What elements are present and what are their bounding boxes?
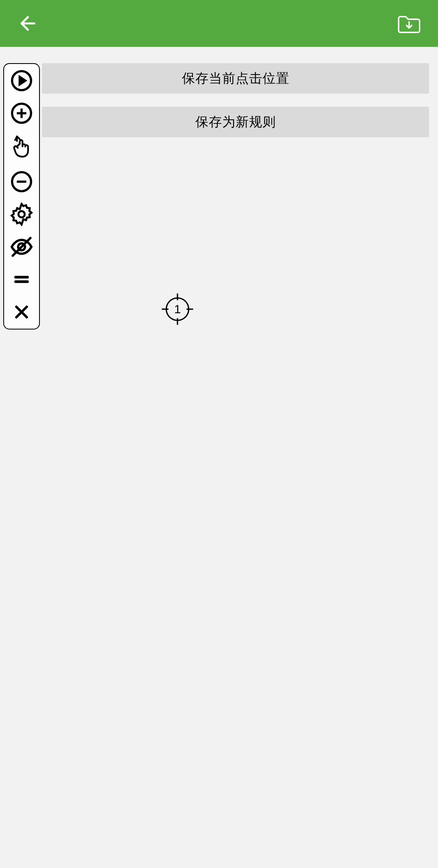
drag-handle-icon bbox=[13, 270, 31, 288]
play-icon bbox=[10, 69, 33, 92]
play-button[interactable] bbox=[9, 68, 34, 93]
close-button[interactable] bbox=[9, 299, 34, 325]
back-button[interactable] bbox=[16, 12, 39, 35]
gear-icon bbox=[10, 202, 33, 226]
eye-off-icon bbox=[9, 235, 34, 259]
folder-download-button[interactable] bbox=[396, 11, 422, 36]
toolbar bbox=[3, 63, 40, 330]
save-position-button[interactable]: 保存当前点击位置 bbox=[42, 63, 429, 94]
minus-icon bbox=[10, 170, 33, 193]
svg-point-6 bbox=[18, 211, 24, 217]
folder-download-icon bbox=[397, 13, 421, 35]
swipe-up-icon bbox=[10, 134, 33, 161]
drag-handle-button[interactable] bbox=[9, 267, 34, 292]
add-button[interactable] bbox=[9, 101, 34, 126]
close-icon bbox=[13, 303, 31, 321]
target-number: 1 bbox=[174, 302, 181, 316]
plus-icon bbox=[10, 102, 33, 125]
save-rule-button[interactable]: 保存为新规则 bbox=[42, 107, 429, 137]
option-panel: 保存当前点击位置 保存为新规则 bbox=[42, 63, 429, 137]
target-marker-1[interactable]: 1 bbox=[160, 291, 195, 327]
swipe-button[interactable] bbox=[9, 133, 34, 162]
header bbox=[0, 0, 438, 47]
back-arrow-icon bbox=[17, 13, 39, 34]
hide-button[interactable] bbox=[9, 234, 34, 259]
minus-button[interactable] bbox=[9, 169, 34, 194]
settings-button[interactable] bbox=[9, 202, 34, 227]
